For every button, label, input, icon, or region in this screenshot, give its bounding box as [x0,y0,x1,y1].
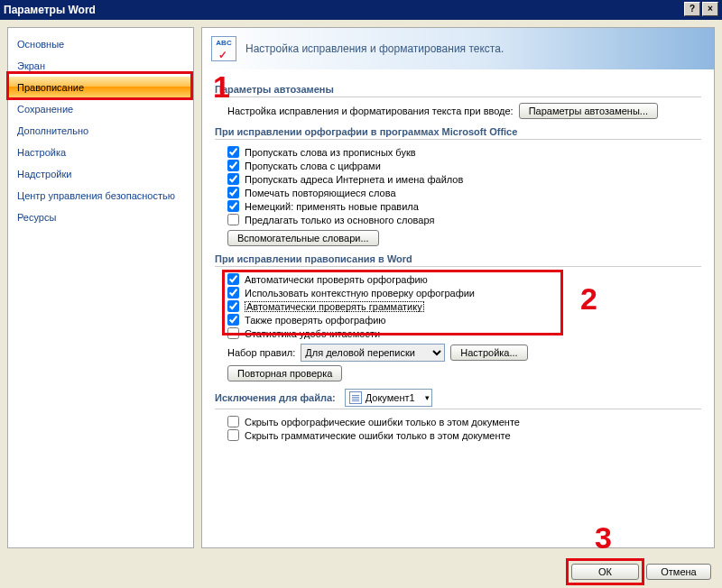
sidebar-item-customize[interactable]: Настройка [8,142,193,163]
rules-settings-button[interactable]: Настройка... [450,345,527,361]
banner: ABC Настройка исправления и форматирован… [202,28,714,69]
title-text: Параметры Word [4,0,96,20]
sidebar-item-trust-center[interactable]: Центр управления безопасностью [8,185,193,207]
titlebar: Параметры Word ? × [0,0,722,20]
custom-dictionaries-button[interactable]: Вспомогательные словари... [227,230,379,246]
dialog-footer: ОК 3 Отмена [0,556,722,588]
chk-hide-grammar-errors[interactable]: Скрыть грамматические ошибки только в эт… [215,428,701,442]
rules-label: Набор правил: [227,347,295,358]
document-icon [349,391,362,404]
chk-urls-filenames[interactable]: Пропускать адреса Интернета и имена файл… [215,172,701,186]
rules-dropdown[interactable]: Для деловой переписки [301,344,445,362]
chk-check-grammar-auto[interactable]: Автоматически проверять грамматику [215,299,701,313]
chk-readability-stats[interactable]: Статистика удобочитаемости [215,326,701,340]
sidebar-item-advanced[interactable]: Дополнительно [8,120,193,142]
sidebar: Основные Экран Правописание Сохранение Д… [7,27,194,548]
chk-check-spelling-auto[interactable]: Автоматически проверять орфографию [215,272,701,286]
chk-repeated-words[interactable]: Помечать повторяющиеся слова [215,186,701,199]
sidebar-item-addins[interactable]: Надстройки [8,163,193,185]
chk-hide-spelling-errors[interactable]: Скрыть орфографические ошибки только в э… [215,415,701,428]
sidebar-item-general[interactable]: Основные [8,33,193,55]
chk-uppercase-words[interactable]: Пропускать слова из прописных букв [215,145,701,159]
sidebar-item-save[interactable]: Сохранение [8,98,193,120]
close-button[interactable]: × [702,2,718,16]
proofing-icon: ABC [211,36,236,61]
recheck-button[interactable]: Повторная проверка [227,365,342,381]
chk-main-dict-only[interactable]: Предлагать только из основного словаря [215,213,701,226]
chk-german-rules[interactable]: Немецкий: применять новые правила [215,199,701,213]
chk-contextual-spelling[interactable]: Использовать контекстную проверку орфогр… [215,286,701,299]
section-word-spell: При исправлении правописания в Word [215,253,701,267]
banner-heading: Настройка исправления и форматирования т… [245,42,504,55]
ok-button[interactable]: ОК [571,564,639,580]
exceptions-file-dropdown[interactable]: Документ1 [345,389,432,407]
content-panel: ABC Настройка исправления и форматирован… [201,27,715,548]
section-exceptions: Исключения для файла: Документ1 [215,389,701,409]
autocorrect-options-button[interactable]: Параметры автозамены... [519,103,658,119]
sidebar-item-proofing[interactable]: Правописание [8,77,193,98]
chk-check-spelling-with-grammar[interactable]: Также проверять орфографию [215,313,701,326]
autocorrect-desc: Настройка исправления и форматирования т… [227,106,514,116]
section-office-spell: При исправлении орфографии в программах … [215,126,701,140]
chk-words-with-numbers[interactable]: Пропускать слова с цифрами [215,159,701,172]
sidebar-item-resources[interactable]: Ресурсы [8,207,193,228]
sidebar-item-display[interactable]: Экран [8,55,193,77]
cancel-button[interactable]: Отмена [646,564,711,580]
content-scroll[interactable]: Параметры автозамены Настройка исправлен… [202,69,714,547]
help-button[interactable]: ? [684,2,700,16]
section-autocorrect: Параметры автозамены [215,84,701,97]
dialog-body: Основные Экран Правописание Сохранение Д… [0,20,722,556]
